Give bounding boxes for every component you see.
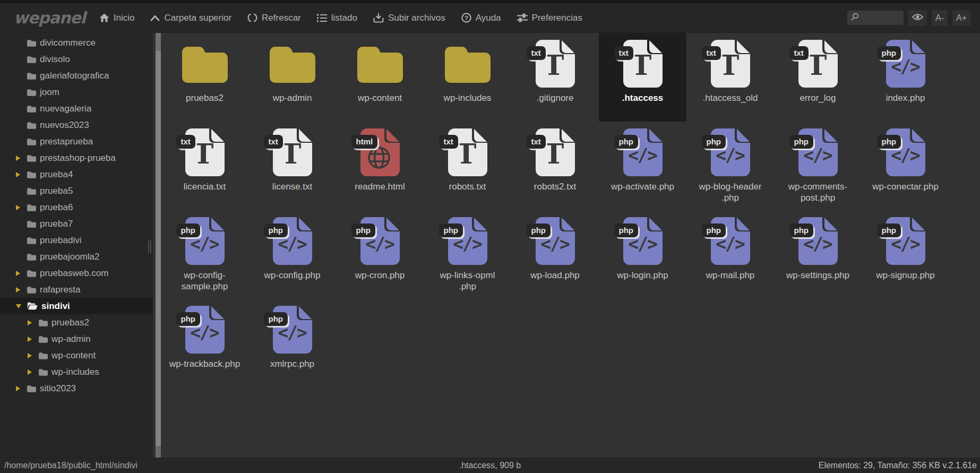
folder-icon (27, 105, 36, 113)
menu-item-listado[interactable]: listado (317, 13, 357, 23)
menu-item-refrescar[interactable]: Refrescar (247, 13, 301, 23)
tree-expand-arrow-icon[interactable] (16, 205, 23, 210)
file-tile-wp-config.php[interactable]: </>phpwp-config.php (248, 210, 336, 299)
tree-item-nuevos2023[interactable]: nuevos2023 (0, 117, 153, 133)
file-type-badge: txt (702, 46, 721, 60)
tree-item-wp-admin[interactable]: wp-admin (0, 331, 153, 347)
menu-item-ayuda[interactable]: ?Ayuda (461, 13, 501, 23)
folder-icon (39, 319, 48, 326)
file-tile-.htaccess[interactable]: Ttxt.htaccess (599, 33, 686, 122)
tree-expand-arrow-icon[interactable] (16, 172, 23, 177)
file-tile-readme.html[interactable]: htmlreadme.html (336, 122, 424, 210)
file-tile-licencia.txt[interactable]: Ttxtlicencia.txt (161, 122, 248, 210)
file-tile-wp-trackback.php[interactable]: </>phpwp-trackback.php (161, 299, 248, 388)
eye-toggle-button[interactable] (908, 10, 927, 26)
file-type-badge: php (877, 135, 901, 149)
tree-item-label: sitio2023 (40, 383, 76, 394)
menu-item-subir-archivos[interactable]: Subir archivos (373, 13, 445, 23)
menu-item-label: Subir archivos (388, 13, 445, 23)
file-tile-wp-login.php[interactable]: </>phpwp-login.php (599, 210, 686, 299)
tree-expand-arrow-icon[interactable] (28, 337, 35, 342)
tree-expand-arrow-icon[interactable] (16, 386, 23, 391)
file-type-badge: php (527, 223, 551, 237)
file-tile-.htaccess_old[interactable]: Ttxt.htaccess_old (686, 33, 774, 122)
file-tile-license.txt[interactable]: Ttxtlicense.txt (248, 122, 336, 210)
file-tile-robots.txt[interactable]: Ttxtrobots.txt (424, 122, 511, 210)
tree-item-divicommerce[interactable]: divicommerce (0, 35, 153, 51)
file-tile-wp-activate.php[interactable]: </>phpwp-activate.php (599, 122, 686, 210)
file-tile-wp-cron.php[interactable]: </>phpwp-cron.php (336, 210, 424, 299)
tree-expand-arrow-icon[interactable] (28, 353, 35, 358)
tree-item-prueba4[interactable]: prueba4 (0, 166, 153, 183)
file-tile-wp-signup.php[interactable]: </>phpwp-signup.php (862, 210, 949, 299)
file-tile-wp-blog-header.php[interactable]: </>phpwp-blog-header .php (686, 122, 774, 210)
tree-item-pruebasweb.com[interactable]: pruebasweb.com (0, 265, 153, 281)
file-tile-wp-links-opml.php[interactable]: </>phpwp-links-opml .php (424, 210, 511, 299)
file-tile-index.php[interactable]: </>phpindex.php (862, 33, 949, 122)
file-tile-wp-conectar.php[interactable]: </>phpwp-conectar.php (862, 122, 949, 210)
tree-item-pruebas2[interactable]: pruebas2 (0, 314, 153, 331)
file-tile-wp-mail.php[interactable]: </>phpwp-mail.php (686, 210, 774, 299)
file-tile-wp-config-sample.php[interactable]: </>phpwp-config- sample.php (161, 210, 248, 299)
tree-item-joom[interactable]: joom (0, 84, 153, 100)
menu-item-preferencias[interactable]: Preferencias (517, 13, 582, 23)
tree-expand-arrow-icon[interactable] (28, 369, 35, 375)
tree-collapse-arrow-icon[interactable] (16, 304, 23, 308)
file-name: wp-admin (273, 92, 312, 104)
search-input[interactable] (862, 13, 896, 23)
tree-expand-arrow-icon[interactable] (16, 287, 23, 293)
app-logo: wepanel (14, 8, 85, 27)
file-tile-xmlrpc.php[interactable]: </>phpxmlrpc.php (248, 299, 336, 388)
tree-item-pruebajoomla2[interactable]: pruebajoomla2 (0, 248, 153, 265)
tree-item-wp-includes[interactable]: wp-includes (0, 364, 153, 380)
tree-item-prestaprueba[interactable]: prestaprueba (0, 133, 153, 150)
file-name: wp-cron.php (355, 270, 405, 281)
file-type-badge: php (877, 46, 901, 60)
tree-expand-arrow-icon[interactable] (28, 320, 35, 325)
tree-item-rafapresta[interactable]: rafapresta (0, 281, 153, 298)
tree-item-prueba5[interactable]: prueba5 (0, 183, 153, 199)
tree-item-sitio2023[interactable]: sitio2023 (0, 380, 153, 397)
tree-item-label: galeriafotografica (40, 71, 109, 81)
file-tile-wp-includes[interactable]: wp-includes (424, 33, 511, 122)
file-name: robots.txt (449, 181, 486, 192)
tree-item-prueba7[interactable]: prueba7 (0, 216, 153, 232)
file-tile-robots2.txt[interactable]: Ttxtrobots2.txt (511, 122, 599, 210)
menu-item-carpeta-superior[interactable]: Carpeta superior (150, 13, 231, 23)
tree-item-pruebadivi[interactable]: pruebadivi (0, 232, 153, 248)
tree-item-divisolo[interactable]: divisolo (0, 51, 153, 67)
file-type-badge: php (264, 223, 288, 237)
menu-item-inicio[interactable]: Inicio (99, 13, 135, 23)
font-smaller-button[interactable]: A- (932, 10, 948, 26)
file-name: readme.html (355, 181, 405, 192)
file-tile-wp-comments-post.php[interactable]: </>phpwp-comments- post.php (774, 122, 862, 210)
svg-text:T: T (543, 137, 564, 170)
tree-expand-arrow-icon[interactable] (16, 156, 23, 161)
tree-item-prestashop-prueba[interactable]: prestashop-prueba (0, 150, 153, 166)
file-type-badge: php (877, 223, 901, 237)
file-tile-wp-load.php[interactable]: </>phpwp-load.php (511, 210, 599, 299)
file-tile-error_log[interactable]: Ttxterror_log (774, 33, 862, 122)
folder-icon (27, 56, 36, 63)
tree-item-sindivi[interactable]: sindivi (0, 298, 153, 314)
tree-item-label: pruebajoomla2 (40, 252, 99, 262)
svg-text:T: T (193, 137, 213, 170)
elements-summary: Elementos: 29, Tamaño: 356 KB v.2.1.61e (819, 461, 980, 470)
file-tile-wp-admin[interactable]: wp-admin (248, 33, 336, 122)
file-tile-.gitignore[interactable]: Ttxt.gitignore (511, 33, 599, 122)
tree-expand-arrow-icon[interactable] (16, 271, 23, 276)
file-type-badge: php (789, 135, 814, 149)
folder-icon (445, 40, 491, 88)
splitter-gripper[interactable] (148, 240, 153, 253)
tree-item-nuevagaleria[interactable]: nuevagaleria (0, 100, 153, 117)
font-larger-button[interactable]: A+ (952, 10, 970, 26)
menu-item-label: listado (331, 13, 357, 23)
file-tile-wp-settings.php[interactable]: </>phpwp-settings.php (774, 210, 862, 299)
tree-item-galeriafotografica[interactable]: galeriafotografica (0, 67, 153, 84)
tree-item-prueba6[interactable]: prueba6 (0, 199, 153, 216)
tree-item-wp-content[interactable]: wp-content (0, 347, 153, 364)
file-tile-wp-content[interactable]: wp-content (336, 33, 424, 122)
sidebar-scrollbar[interactable] (156, 33, 161, 458)
search-box[interactable] (847, 11, 904, 25)
file-tile-pruebas2[interactable]: pruebas2 (161, 33, 248, 122)
